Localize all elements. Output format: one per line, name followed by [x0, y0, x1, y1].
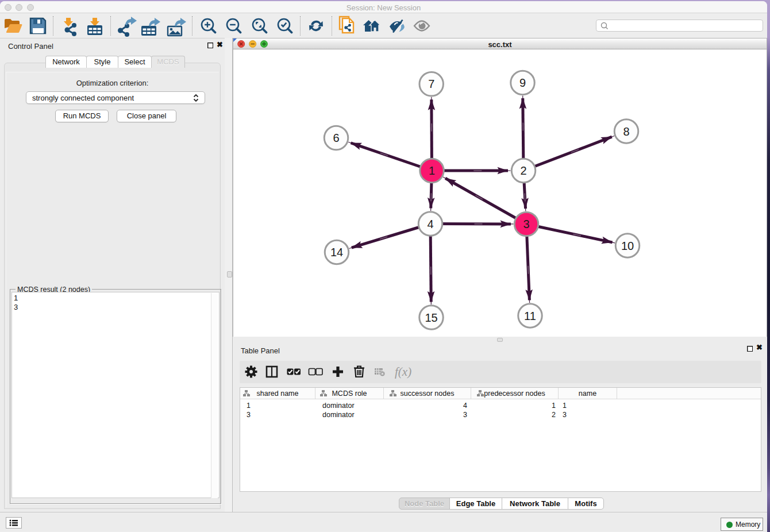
svg-text:10: 10	[621, 240, 634, 252]
svg-text:6: 6	[333, 132, 339, 144]
svg-text:11: 11	[524, 310, 536, 322]
svg-text:9: 9	[519, 76, 526, 89]
svg-text:15: 15	[425, 311, 437, 324]
svg-text:1: 1	[429, 164, 435, 177]
svg-text:f(x): f(x)	[395, 365, 411, 379]
svg-text:14: 14	[330, 246, 343, 259]
svg-text:4: 4	[427, 218, 433, 230]
svg-text:8: 8	[623, 125, 629, 138]
svg-text:2: 2	[520, 164, 526, 177]
svg-text:3: 3	[523, 218, 529, 230]
svg-text:7: 7	[428, 78, 434, 90]
